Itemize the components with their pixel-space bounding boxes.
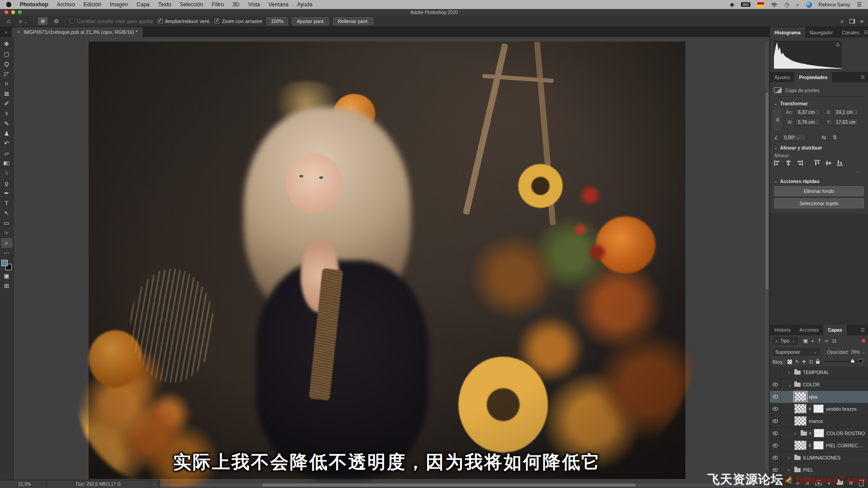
checkbox-checked-icon[interactable] <box>158 19 163 23</box>
object-selection-tool[interactable]: ◸ <box>1 69 12 79</box>
tab-ajustes[interactable]: Ajustes <box>770 72 794 82</box>
layer-row-color-rostro[interactable]: › 8 COLOR ROSTRO <box>770 427 868 440</box>
screen-mode-button[interactable]: ⊞ <box>1 281 12 291</box>
hand-tool[interactable]: ☞ <box>1 228 12 238</box>
layer-row-piel-correccion[interactable]: 8 PIEL CORRECCION <box>770 440 868 452</box>
menu-imagen[interactable]: Imagen <box>110 1 128 8</box>
group-caret-icon[interactable]: ⌄ <box>788 382 792 387</box>
spotlight-icon[interactable]: ⌕ <box>796 1 799 8</box>
layer-thumbnail[interactable] <box>794 441 807 450</box>
workspace-switcher-icon[interactable] <box>849 19 855 23</box>
apple-menu-icon[interactable] <box>6 2 11 7</box>
transform-section-header[interactable]: ⌄ Transformar <box>774 101 864 106</box>
close-tab-icon[interactable]: × <box>17 29 20 35</box>
visibility-toggle[interactable] <box>770 440 781 451</box>
layer-row-vestido-brazos[interactable]: 8 vestido brazos <box>770 403 868 415</box>
layer-thumbnail[interactable] <box>794 392 807 401</box>
filter-pixel-icon[interactable]: ▣ <box>803 338 807 344</box>
panel-menu-icon[interactable]: ☰ <box>861 72 868 82</box>
width-field[interactable]: 6,37 cm <box>795 108 821 116</box>
menu-ventana[interactable]: Ventana <box>269 1 288 8</box>
healing-brush-tool[interactable]: ⚕ <box>1 109 12 118</box>
lock-position-icon[interactable]: ✥ <box>802 359 806 364</box>
angle-field[interactable]: 0,00° ⌄ <box>781 134 807 141</box>
align-more-icon[interactable]: ⋯ <box>774 169 860 174</box>
search-icon[interactable]: ⌕ <box>840 18 844 25</box>
collapse-options-icon[interactable]: » <box>860 18 863 24</box>
menu-archivo[interactable]: Archivo <box>57 1 75 8</box>
zoom-out-button[interactable]: ⊖ <box>52 17 61 25</box>
type-tool[interactable]: T <box>1 198 12 208</box>
group-caret-icon[interactable]: › <box>788 455 792 460</box>
minimize-window-button[interactable] <box>11 10 15 14</box>
status-menu-chevron[interactable]: › <box>150 480 160 488</box>
flip-vertical-icon[interactable]: ⇅ <box>832 134 837 141</box>
zoom-level-field[interactable]: 21,3% <box>14 480 47 488</box>
canvas-area[interactable]: 实际上我不会降低不透明度，因为我将如何降低它 <box>14 37 769 488</box>
zoom-all-windows-checkbox[interactable]: Ampliar/reducir vent. <box>158 19 211 24</box>
mask-link-icon[interactable]: 8 <box>809 443 811 448</box>
menu-capa[interactable]: Capa <box>137 1 150 8</box>
height-field[interactable]: 5,76 cm <box>795 118 821 126</box>
frame-tool[interactable]: ⊠ <box>1 89 12 99</box>
visibility-toggle[interactable] <box>770 427 781 439</box>
layer-row-color-group[interactable]: ⌄ COLOR <box>770 379 868 391</box>
foreground-color-swatch[interactable] <box>1 260 8 266</box>
tab-acciones[interactable]: Acciones <box>795 325 824 335</box>
photo-document[interactable]: 实际上我不会降低不透明度，因为我将如何降低它 <box>89 42 685 479</box>
filter-adjustment-icon[interactable]: ◐ <box>811 338 815 343</box>
user-name[interactable]: Rebeca Saray <box>819 2 850 7</box>
marquee-tool[interactable]: ▢ <box>1 49 12 59</box>
screen-record-icon[interactable]: ◉ <box>730 1 734 8</box>
zoom-percent-field[interactable]: 100% <box>266 17 288 25</box>
move-tool[interactable]: ✥ <box>1 39 12 49</box>
layer-mask-thumbnail[interactable] <box>813 404 824 413</box>
gradient-tool[interactable] <box>1 159 12 168</box>
close-window-button[interactable] <box>5 10 8 14</box>
menu-photoshop[interactable]: Photoshop <box>20 1 48 8</box>
flip-horizontal-icon[interactable]: ⇆ <box>821 134 826 141</box>
layer-mask-thumbnail[interactable] <box>813 441 824 450</box>
group-caret-icon[interactable]: › <box>794 431 798 436</box>
wifi-icon[interactable] <box>771 2 778 7</box>
mask-link-icon[interactable]: 8 <box>809 407 811 411</box>
align-right-icon[interactable] <box>797 160 803 166</box>
tab-overflow-icon[interactable]: » <box>0 27 12 37</box>
tab-navegador[interactable]: Navegador <box>805 27 837 38</box>
group-mask-thumbnail[interactable] <box>814 429 824 437</box>
filter-smartobject-icon[interactable]: ⊡ <box>832 338 836 344</box>
x-field[interactable]: 24,1 cm <box>833 108 859 116</box>
crop-tool[interactable]: ⌗ <box>1 79 12 89</box>
menu-ayuda[interactable]: Ayuda <box>297 1 312 8</box>
edit-toolbar-icon[interactable]: ⋯ <box>1 248 12 258</box>
visibility-toggle[interactable] <box>770 391 781 403</box>
eraser-tool[interactable]: ▱ <box>1 149 12 158</box>
layer-row-manos[interactable]: manos <box>770 415 868 427</box>
filter-type-icon[interactable]: T <box>818 338 821 343</box>
link-dimensions-icon[interactable]: 8 <box>774 109 781 130</box>
zoom-window-button[interactable] <box>18 10 22 14</box>
tab-historia[interactable]: Historia <box>770 325 795 335</box>
horizontal-scrollbar[interactable] <box>154 483 756 487</box>
visibility-toggle[interactable] <box>770 403 781 415</box>
tab-propiedades[interactable]: Propiedades <box>794 72 832 82</box>
zoom-tool[interactable]: ⌕ <box>1 238 12 248</box>
menu-vista[interactable]: Vista <box>248 1 259 8</box>
align-top-icon[interactable] <box>814 160 821 166</box>
blend-mode-dropdown[interactable]: Superponer ⌄ <box>773 348 820 356</box>
smudge-tool[interactable]: ☟ <box>1 169 12 178</box>
remove-background-button[interactable]: Eliminar fondo <box>774 186 864 196</box>
panel-menu-icon[interactable]: ☰ <box>861 325 868 335</box>
shape-tool[interactable]: ▭ <box>1 218 12 228</box>
visibility-toggle[interactable] <box>770 415 781 427</box>
warning-icon[interactable]: ⚠ <box>835 42 840 47</box>
vscroll-thumb[interactable] <box>765 92 769 290</box>
visibility-toggle[interactable] <box>770 452 781 464</box>
align-left-icon[interactable] <box>774 160 780 166</box>
menu-seleccion[interactable]: Selección <box>179 1 203 8</box>
menu-filtro[interactable]: Filtro <box>212 1 224 8</box>
pen-tool[interactable]: ✒ <box>1 188 12 198</box>
dodge-tool[interactable]: ϙ <box>1 178 12 188</box>
layer-thumbnail[interactable] <box>794 404 807 413</box>
layer-row-ojos[interactable]: ojos <box>770 391 868 403</box>
